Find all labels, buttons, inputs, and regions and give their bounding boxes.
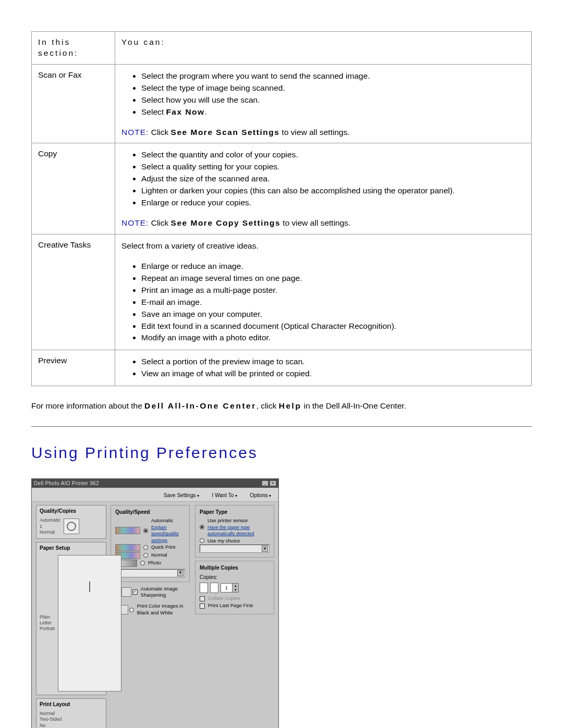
checkbox-lastpage[interactable] bbox=[200, 603, 205, 609]
checkbox-sharpening[interactable]: ✓ bbox=[132, 589, 138, 595]
copies-label: Copies: bbox=[200, 574, 270, 581]
option-label: Automatic Image Sharpening bbox=[141, 586, 190, 599]
tab-title: Print Layout bbox=[40, 701, 103, 708]
table-row: Scan or Fax Select the program where you… bbox=[32, 64, 532, 143]
list-item: Select the quantity and color of your co… bbox=[141, 150, 525, 161]
option-label: Photo bbox=[148, 560, 161, 566]
value-text: Two-Sided bbox=[40, 717, 103, 722]
table-row: Creative Tasks Select from a variety of … bbox=[32, 234, 532, 350]
more-info-paragraph: For more information about the Dell All-… bbox=[31, 401, 532, 412]
radio-paper-manual[interactable] bbox=[200, 538, 204, 543]
list-item: Select a portion of the preview image to… bbox=[141, 356, 525, 367]
text-fragment: Select bbox=[141, 107, 166, 116]
table-row: Preview Select a portion of the preview … bbox=[32, 350, 532, 386]
swatch-icon bbox=[115, 544, 140, 551]
option-label: Automatic bbox=[151, 517, 185, 524]
minimize-button[interactable]: _ bbox=[262, 480, 268, 486]
paper-type-combo[interactable]: ▾ bbox=[200, 545, 270, 553]
lens-icon bbox=[64, 519, 79, 534]
bullet-list: Select the program where you want to sen… bbox=[132, 71, 525, 118]
copies-value: 1 bbox=[221, 585, 232, 591]
text-fragment: Click bbox=[149, 218, 170, 227]
option-label: Print Color Images in Black and White bbox=[137, 603, 190, 616]
value-text: Normal bbox=[40, 711, 103, 717]
bold-text: Fax Now bbox=[166, 107, 204, 116]
chevron-down-icon: ▾ bbox=[262, 546, 268, 552]
value-text: Normal bbox=[40, 529, 60, 535]
list-item: Adjust the size of the scanned area. bbox=[141, 174, 525, 184]
section-body: Select the quantity and color of your co… bbox=[115, 143, 532, 235]
header-section: In this section: bbox=[32, 32, 115, 65]
paper-type-group: Paper Type Use printer sensor Have the p… bbox=[195, 505, 274, 558]
section-label: Preview bbox=[32, 350, 115, 386]
section-body: Select from a variety of creative ideas.… bbox=[115, 234, 532, 350]
checkbox-collate[interactable] bbox=[200, 596, 205, 601]
paper-type-link[interactable]: Have the paper type automatically detect… bbox=[207, 524, 270, 537]
print-layout-tab[interactable]: Print Layout Normal Two-Sided No bbox=[36, 698, 106, 728]
section-body: Select the program where you want to sen… bbox=[115, 64, 532, 143]
list-item: Edit text found in a scanned document (O… bbox=[141, 321, 525, 332]
close-button[interactable]: x bbox=[270, 480, 276, 486]
divider bbox=[31, 426, 532, 427]
printing-preferences-dialog: Dell Photo AIO Printer 962 _ x Save Sett… bbox=[31, 478, 279, 728]
value-text: 1 bbox=[40, 524, 60, 529]
feature-table: In this section: You can: Scan or Fax Se… bbox=[31, 31, 532, 386]
save-settings-menu[interactable]: Save Settings bbox=[164, 492, 199, 498]
spinner-buttons[interactable]: ▴▾ bbox=[232, 584, 238, 592]
text-fragment: to view all settings. bbox=[280, 218, 350, 227]
thumb-icon bbox=[121, 587, 131, 597]
swatch-icon bbox=[115, 527, 140, 534]
text-fragment: . bbox=[205, 107, 207, 116]
section-heading: Using Printing Preferences bbox=[31, 442, 532, 464]
dialog-title: Dell Photo AIO Printer 962 bbox=[34, 480, 99, 487]
chevron-down-icon: ▾ bbox=[177, 570, 183, 576]
dialog-left-tabs: Quality/Copies Automatic 1 Normal Paper … bbox=[36, 505, 106, 728]
i-want-to-menu[interactable]: I Want To bbox=[212, 492, 237, 498]
note-line: NOTE: Click See More Scan Settings to vi… bbox=[121, 127, 525, 138]
text-fragment: to view all settings. bbox=[279, 128, 349, 137]
quality-combo[interactable]: ▾ bbox=[115, 569, 185, 577]
group-title: Quality/Speed bbox=[115, 509, 185, 516]
radio-automatic[interactable] bbox=[143, 528, 148, 533]
note-line: NOTE: Click See More Copy Settings to vi… bbox=[121, 218, 525, 229]
dialog-right-panel: Quality/Speed Automatic Explain speed/qu… bbox=[111, 505, 274, 728]
radio-normal[interactable] bbox=[143, 553, 148, 558]
list-item: Print an image as a multi-page poster. bbox=[141, 285, 525, 296]
document-icon bbox=[210, 583, 218, 593]
option-label: Collate Copies bbox=[208, 595, 240, 602]
text-fragment: in the Dell All-In-One Center. bbox=[301, 401, 406, 410]
note-label: NOTE: bbox=[121, 218, 149, 227]
list-item: Modify an image with a photo editor. bbox=[141, 332, 525, 343]
paper-setup-tab[interactable]: Paper Setup Plain Letter Portrait bbox=[36, 542, 106, 695]
list-item: View an image of what will be printed or… bbox=[141, 368, 525, 379]
list-item: Repeat an image several times on one pag… bbox=[141, 273, 525, 284]
radio-bw[interactable] bbox=[129, 608, 134, 612]
group-title: Multiple Copies bbox=[200, 564, 270, 572]
copies-spinner[interactable]: 1 ▴▾ bbox=[221, 583, 239, 593]
list-item: Select Fax Now. bbox=[141, 107, 525, 118]
value-text: No bbox=[40, 723, 103, 728]
explain-link[interactable]: Explain speed/quality settings bbox=[151, 524, 185, 543]
radio-paper-sensor[interactable] bbox=[200, 525, 204, 529]
document-page: In this section: You can: Scan or Fax Se… bbox=[0, 0, 563, 728]
section-label: Copy bbox=[32, 143, 115, 235]
list-item: Enlarge or reduce your copies. bbox=[141, 198, 525, 208]
tab-values: Plain Letter Portrait bbox=[40, 614, 55, 632]
bullet-list: Select the quantity and color of your co… bbox=[132, 150, 525, 208]
radio-photo[interactable] bbox=[140, 561, 145, 565]
dialog-titlebar[interactable]: Dell Photo AIO Printer 962 _ x bbox=[32, 479, 278, 488]
document-icon bbox=[200, 583, 208, 593]
quality-copies-tab[interactable]: Quality/Copies Automatic 1 Normal bbox=[36, 505, 106, 539]
option-label: Normal bbox=[151, 552, 167, 559]
header-youcan: You can: bbox=[115, 32, 532, 65]
dialog-body: Quality/Copies Automatic 1 Normal Paper … bbox=[32, 502, 278, 728]
option-label: Print Last Page First bbox=[208, 602, 253, 609]
radio-quick[interactable] bbox=[143, 545, 148, 550]
value-text: Plain bbox=[40, 614, 55, 620]
option-label: Quick Print bbox=[151, 544, 175, 551]
bullet-list: Enlarge or reduce an image. Repeat an im… bbox=[132, 261, 525, 343]
window-buttons: _ x bbox=[262, 480, 276, 486]
list-item: Select the program where you want to sen… bbox=[141, 71, 525, 82]
options-menu[interactable]: Options bbox=[250, 492, 271, 498]
list-item: Lighten or darken your copies (this can … bbox=[141, 186, 525, 196]
